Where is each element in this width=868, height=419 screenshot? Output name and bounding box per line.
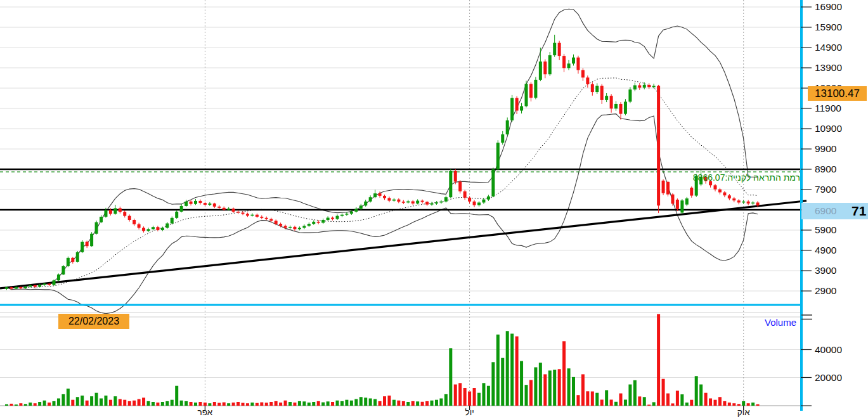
volume-bar (482, 383, 485, 406)
volume-bar (34, 403, 37, 406)
candle-body (680, 200, 683, 212)
volume-bar (227, 403, 230, 406)
volume-bar (491, 362, 495, 406)
candle-body (190, 202, 193, 204)
volume-bar (208, 403, 211, 406)
candle-body (345, 214, 348, 215)
candle-body (308, 224, 311, 226)
candle-body (539, 61, 542, 80)
volume-bar (576, 395, 580, 406)
volume-bar (327, 401, 330, 406)
volume-bar (756, 404, 760, 406)
volume-bar (643, 397, 646, 406)
volume-bar (652, 402, 656, 406)
candle-body (208, 203, 211, 205)
candle-body (449, 171, 452, 197)
volume-bar (680, 394, 683, 406)
volume-bar (232, 403, 235, 406)
candle-body (548, 55, 552, 74)
volume-bar (402, 401, 405, 406)
candle-body (175, 212, 178, 218)
volume-bar (279, 403, 282, 406)
candle-body (34, 285, 37, 287)
candle-body (652, 86, 656, 87)
volume-bar (185, 401, 188, 406)
candle-body (198, 201, 202, 203)
volume-bar (671, 403, 674, 406)
volume-bar (383, 396, 386, 406)
volume-bar (62, 394, 65, 406)
volume-bar (369, 399, 372, 406)
candle-body (256, 215, 259, 217)
volume-bar (19, 403, 22, 406)
volume-bar (246, 403, 249, 406)
candle-body (275, 221, 278, 224)
volume-bar (586, 391, 589, 406)
volume-bar (496, 335, 500, 406)
candle-body (704, 177, 708, 181)
candle-body (397, 200, 400, 202)
candle-body (690, 188, 693, 195)
volume-bar (473, 388, 476, 406)
volume-bar (256, 403, 259, 406)
volume-bar (336, 401, 339, 406)
volume-bar (581, 374, 585, 406)
candle-body (383, 196, 386, 198)
candle-body (109, 210, 112, 214)
candle-body (67, 258, 70, 266)
candle-body (737, 200, 741, 202)
candle-body (723, 192, 726, 195)
candle-body (477, 202, 481, 205)
volume-bar (204, 403, 207, 406)
candle-body (439, 202, 443, 203)
price-chart-canvas[interactable] (0, 0, 868, 419)
volume-bar (548, 371, 552, 406)
volume-bar (501, 358, 504, 406)
volume-bar (695, 376, 698, 406)
candle-body (298, 228, 301, 229)
volume-bar (29, 403, 32, 406)
candle-body (671, 195, 674, 204)
candle-body (19, 287, 22, 288)
volume-bar (614, 402, 618, 406)
candle-body (364, 202, 367, 205)
candle-body (444, 197, 448, 202)
candle-body (666, 182, 670, 195)
volume-bar (463, 388, 467, 406)
candle-body (487, 197, 490, 200)
volume-bar (71, 400, 74, 406)
volume-bar (416, 401, 419, 406)
volume-bar (123, 400, 126, 406)
candle-body (463, 191, 467, 198)
volume-bar (321, 403, 325, 406)
volume-bar (525, 385, 528, 406)
candle-body (742, 202, 745, 203)
trading-chart-window: אפריולאוק1690015900149001390012900119001… (0, 0, 868, 419)
volume-bar (477, 393, 481, 406)
candle-body (515, 98, 519, 111)
volume-bar (567, 368, 571, 406)
candle-body (676, 200, 679, 209)
candle-body (576, 58, 580, 70)
candle-body (161, 228, 164, 230)
candle-body (619, 104, 623, 114)
candle-body (317, 222, 320, 223)
volume-bar (468, 392, 471, 406)
candle-body (227, 209, 230, 210)
volume-bar (728, 403, 731, 406)
candle-body (595, 86, 599, 92)
candle-body (685, 198, 689, 205)
volume-bar (610, 399, 613, 406)
volume-bar (487, 386, 490, 406)
candle-body (647, 85, 651, 87)
volume-bar (605, 390, 608, 406)
candle-body (558, 43, 561, 56)
volume-bar (317, 401, 320, 406)
candle-body (217, 207, 221, 208)
candle-body (250, 215, 254, 216)
candle-body (520, 106, 523, 110)
volume-bar (331, 402, 334, 406)
candle-body (473, 202, 476, 205)
candle-body (468, 198, 471, 202)
volume-bar (633, 380, 637, 406)
